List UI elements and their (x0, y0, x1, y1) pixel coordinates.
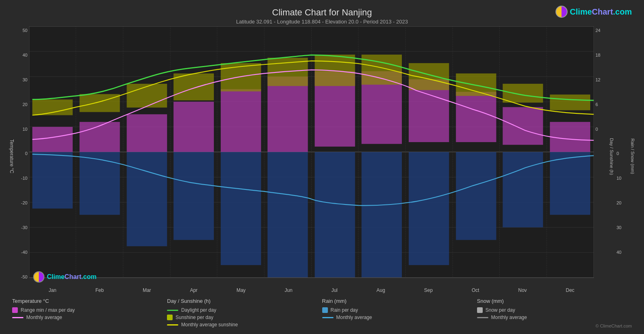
x-tick-oct: Oct (472, 287, 479, 293)
svg-rect-57 (456, 152, 496, 240)
legend-avg-sunshine-icon (167, 324, 178, 325)
rain-tick-0: 0 (617, 151, 619, 156)
subtitle: Latitude 32.091 - Longitude 118.804 - El… (8, 19, 636, 25)
legend-snow: Snow (mm) Snow per day Monthly average ©… (477, 298, 632, 328)
y-tick-n40: -40 (21, 250, 27, 255)
svg-rect-44 (409, 63, 449, 90)
svg-rect-38 (127, 84, 167, 108)
svg-rect-55 (361, 152, 402, 277)
y-tick-50: 50 (23, 28, 27, 33)
r-tick-blank4: 0 (595, 225, 598, 230)
svg-rect-46 (503, 84, 543, 103)
legend-rain-label: Rain per day (331, 307, 358, 313)
y-tick-40: 40 (23, 53, 27, 57)
x-tick-may: May (236, 287, 246, 293)
rain-tick-40: 40 (617, 250, 621, 255)
legend-rain-per-day: Rain per day (322, 307, 477, 313)
x-tick-dec: Dec (566, 287, 574, 293)
svg-rect-27 (173, 102, 214, 152)
legend-temp-range: Range min / max per day (12, 307, 167, 313)
logo-top-right: ClimeChart.com (555, 6, 632, 18)
legend-snow-title: Snow (mm) (477, 298, 632, 304)
svg-rect-34 (503, 107, 543, 145)
x-axis-spacer (8, 287, 29, 293)
svg-rect-58 (503, 152, 543, 227)
legend-sunshine-per-day: Sunshine per day (167, 315, 322, 320)
svg-rect-53 (268, 152, 308, 277)
svg-rect-54 (315, 152, 355, 277)
legend-snow-icon (477, 307, 483, 313)
legend-rain-avg-icon (322, 317, 334, 318)
legend-temp-range-icon (12, 307, 18, 313)
legend-sunshine: Day / Sunshine (h) Daylight per day Suns… (167, 298, 322, 328)
r-tick-12: 12 (595, 77, 600, 82)
r-tick-0: 0 (595, 127, 598, 132)
legend-sunshine-label: Sunshine per day (175, 315, 213, 320)
x-tick-jun: Jun (285, 287, 292, 293)
x-tick-feb: Feb (95, 287, 104, 293)
svg-rect-28 (221, 89, 261, 152)
title-area: Climate Chart for Nanjing Latitude 32.09… (8, 4, 636, 26)
x-tick-mar: Mar (143, 287, 151, 293)
y-tick-n20: -20 (21, 200, 27, 205)
x-tick-sep: Sep (424, 287, 433, 293)
y-tick-10: 10 (23, 127, 27, 132)
svg-rect-48 (32, 152, 73, 208)
r-tick-blank3: 0 (595, 200, 598, 205)
legend-rain-icon (322, 307, 328, 313)
r-tick-blank2: 0 (595, 176, 598, 181)
legend-avg-sunshine: Monthly average sunshine (167, 322, 322, 328)
left-axis-label: Temperature °C (8, 26, 15, 287)
legend-snow-avg: Monthly average (477, 315, 632, 320)
main-title: Climate Chart for Nanjing (8, 7, 636, 18)
logo-icon-top (555, 6, 568, 18)
svg-rect-56 (409, 152, 449, 265)
y-tick-n10: -10 (21, 176, 27, 181)
rain-tick-30: 30 (617, 225, 621, 230)
legend-temp-avg-icon (12, 317, 23, 318)
rain-tick-10: 10 (617, 176, 621, 181)
copyright: © ClimeChart.com (595, 323, 632, 328)
svg-rect-25 (80, 122, 120, 152)
logo-icon-bottom (33, 271, 44, 283)
svg-rect-59 (550, 152, 590, 215)
svg-rect-33 (456, 92, 496, 142)
legend-snow-avg-label: Monthly average (491, 315, 527, 320)
logo-text-bottom: ClimeChart.com (47, 273, 97, 281)
x-tick-nov: Nov (518, 287, 527, 293)
rain-tick-20: 20 (617, 200, 621, 205)
x-tick-apr: Apr (190, 287, 198, 293)
svg-rect-52 (221, 152, 261, 265)
x-axis-labels: Jan Feb Mar Apr May Jun Jul Aug Sep Oct … (29, 287, 594, 293)
y-tick-n50: -50 (21, 274, 27, 279)
legend-rain-avg-label: Monthly average (336, 315, 372, 320)
svg-rect-40 (221, 63, 261, 91)
r-tick-24: 24 (595, 28, 600, 33)
right-sunshine-label: Day / Sunshine (h) (608, 26, 615, 287)
right-y-rain-ticks: 0 0 0 0 0 0 10 20 30 40 0 (615, 26, 629, 287)
y-tick-0: 0 (25, 151, 27, 156)
svg-rect-29 (268, 77, 308, 152)
y-tick-20: 20 (23, 102, 27, 107)
legend-snow-per-day: Snow per day (477, 307, 632, 313)
svg-rect-37 (80, 94, 120, 112)
x-tick-aug: Aug (376, 287, 385, 293)
legend-daylight: Daylight per day (167, 307, 322, 313)
svg-rect-51 (173, 152, 214, 240)
r-tick-blank5: 0 (595, 250, 598, 255)
r-tick-6: 6 (595, 102, 598, 107)
right-y-sunshine-ticks: 24 18 12 6 0 0 0 0 0 0 0 (594, 26, 608, 287)
svg-rect-26 (127, 114, 167, 152)
legend-snow-label: Snow per day (486, 307, 515, 313)
x-tick-jan: Jan (49, 287, 56, 293)
legend-rain-title: Rain (mm) (322, 298, 477, 304)
right-rain-label: Rain / Snow (mm) (629, 26, 636, 287)
legend-temperature: Temperature °C Range min / max per day M… (12, 298, 167, 328)
y-tick-30: 30 (23, 77, 27, 82)
svg-rect-43 (361, 55, 402, 85)
legend-daylight-label: Daylight per day (181, 307, 216, 313)
x-axis-row: Jan Feb Mar Apr May Jun Jul Aug Sep Oct … (8, 287, 636, 293)
r-tick-18: 18 (595, 53, 600, 57)
legend-avg-sunshine-label: Monthly average sunshine (181, 322, 238, 328)
r-tick-blank6: 0 (595, 274, 598, 279)
